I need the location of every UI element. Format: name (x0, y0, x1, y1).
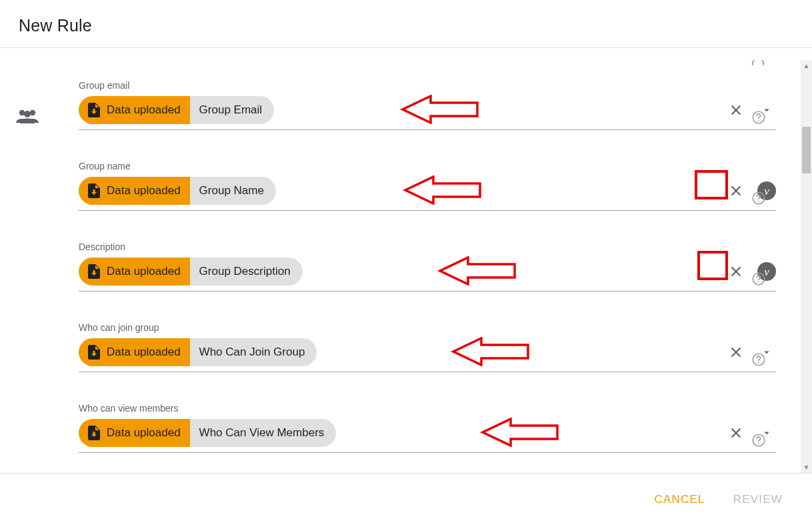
file-upload-icon (88, 183, 100, 198)
chip-source: Data uploaded (79, 419, 190, 447)
help-icon[interactable] (749, 108, 768, 127)
scroll-up-icon[interactable]: ▲ (801, 60, 812, 71)
help-icon[interactable] (749, 431, 768, 450)
chip-value: Who Can View Members (190, 419, 337, 447)
cancel-button[interactable]: CANCEL (652, 489, 708, 510)
chip-value: Group Description (190, 257, 303, 286)
chip-source: Data uploaded (79, 96, 190, 124)
file-upload-icon (88, 426, 100, 440)
field-group-email: Group email Data uploaded Group Email (79, 80, 776, 130)
chip-row[interactable]: Data uploaded Who Can View Members (79, 419, 776, 453)
chip-source: Data uploaded (79, 338, 190, 366)
chip-source-label: Data uploaded (107, 426, 181, 440)
svg-point-5 (758, 120, 759, 121)
scrollbar[interactable]: ▲ ▼ (801, 60, 812, 473)
field-label: Group name (79, 161, 776, 171)
svg-point-1 (19, 110, 25, 115)
svg-point-13 (758, 443, 759, 444)
field-label: Who can join group (79, 322, 776, 333)
svg-point-9 (758, 282, 759, 283)
footer: CANCEL REVIEW (0, 473, 812, 525)
chip-source-label: Data uploaded (107, 103, 181, 117)
chip-row[interactable]: Data uploaded Group Name v (79, 177, 776, 211)
chip-source-label: Data uploaded (107, 346, 181, 359)
field-who-can-join: Who can join group Data uploaded Who Can… (79, 322, 776, 372)
field-label: Description (79, 241, 776, 252)
clear-button[interactable] (727, 101, 745, 119)
svg-point-3 (24, 111, 31, 117)
chip-row[interactable]: Data uploaded Group Email (79, 96, 776, 130)
field-who-can-view-members: Who can view members Data uploaded Who C… (79, 403, 776, 453)
clear-button[interactable] (727, 424, 745, 442)
help-icon[interactable] (749, 350, 768, 369)
page-title: New Rule (19, 16, 793, 35)
chip-value: Who Can Join Group (190, 338, 317, 366)
file-upload-icon (88, 264, 100, 279)
svg-point-0 (753, 60, 764, 65)
chip-row[interactable]: Data uploaded Group Description v (79, 257, 776, 292)
field-description: Description Data uploaded Group Descript… (79, 241, 776, 292)
group-icon (15, 108, 40, 127)
review-button[interactable]: REVIEW (731, 489, 785, 510)
fields-container: Group email Data uploaded Group Email (79, 60, 776, 453)
svg-point-7 (758, 201, 759, 202)
field-label: Who can view members (79, 403, 776, 414)
mapping-chip[interactable]: Data uploaded Group Email (79, 96, 274, 124)
help-icon[interactable] (751, 60, 765, 68)
clear-button[interactable] (727, 181, 745, 200)
help-icon[interactable] (749, 189, 768, 207)
mapping-chip[interactable]: Data uploaded Group Name (79, 177, 276, 205)
scrollbar-thumb[interactable] (802, 127, 811, 173)
chip-value: Group Email (190, 96, 274, 124)
mapping-chip[interactable]: Data uploaded Who Can View Members (79, 419, 336, 447)
mapping-chip[interactable]: Data uploaded Who Can Join Group (79, 338, 317, 366)
help-icon[interactable] (749, 270, 768, 288)
file-upload-icon (88, 103, 100, 117)
field-group-name: Group name Data uploaded Group Name (79, 161, 776, 211)
chip-source: Data uploaded (79, 177, 190, 205)
chip-source-label: Data uploaded (107, 184, 181, 197)
mapping-chip[interactable]: Data uploaded Group Description (79, 257, 303, 286)
file-upload-icon (88, 345, 100, 360)
scroll-down-icon[interactable]: ▼ (801, 462, 812, 473)
chip-source: Data uploaded (79, 257, 190, 286)
page-header: New Rule (0, 0, 812, 48)
chip-value: Group Name (190, 177, 276, 205)
clear-button[interactable] (727, 343, 745, 362)
form-scroll-area: Group email Data uploaded Group Email (0, 60, 796, 473)
clear-button[interactable] (727, 262, 745, 281)
svg-point-2 (30, 110, 35, 115)
svg-point-11 (758, 362, 759, 364)
chip-row[interactable]: Data uploaded Who Can Join Group (79, 338, 776, 372)
field-label: Group email (79, 80, 776, 91)
chip-source-label: Data uploaded (107, 265, 181, 278)
